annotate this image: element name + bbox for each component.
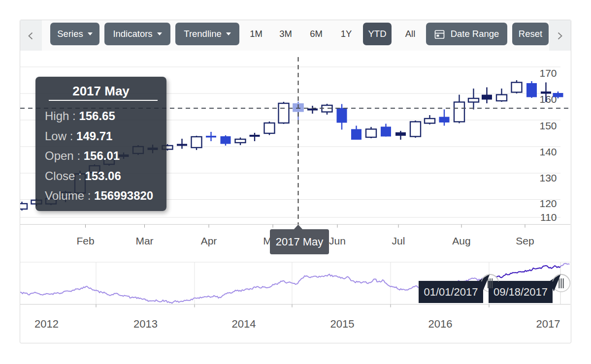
svg-text:Mar: Mar — [135, 235, 153, 246]
svg-text:2014: 2014 — [232, 318, 256, 330]
svg-text:2017 May: 2017 May — [276, 236, 324, 248]
svg-text:2012: 2012 — [34, 318, 59, 330]
svg-text:120: 120 — [539, 198, 557, 209]
svg-text:2017: 2017 — [536, 318, 560, 330]
svg-text:Aug: Aug — [452, 235, 470, 246]
svg-text:140: 140 — [539, 146, 557, 157]
svg-text:110: 110 — [540, 212, 557, 223]
svg-text:Jul: Jul — [392, 235, 405, 246]
svg-text:Jun: Jun — [329, 235, 346, 246]
svg-text:Feb: Feb — [76, 235, 94, 246]
svg-text:2015: 2015 — [330, 318, 355, 330]
svg-text:Apr: Apr — [201, 235, 217, 246]
svg-text:150: 150 — [539, 120, 557, 131]
svg-text:2013: 2013 — [133, 318, 158, 330]
svg-text:Sep: Sep — [516, 235, 534, 246]
svg-text:170: 170 — [539, 67, 557, 79]
svg-text:2016: 2016 — [428, 318, 453, 330]
svg-text:130: 130 — [539, 172, 557, 183]
